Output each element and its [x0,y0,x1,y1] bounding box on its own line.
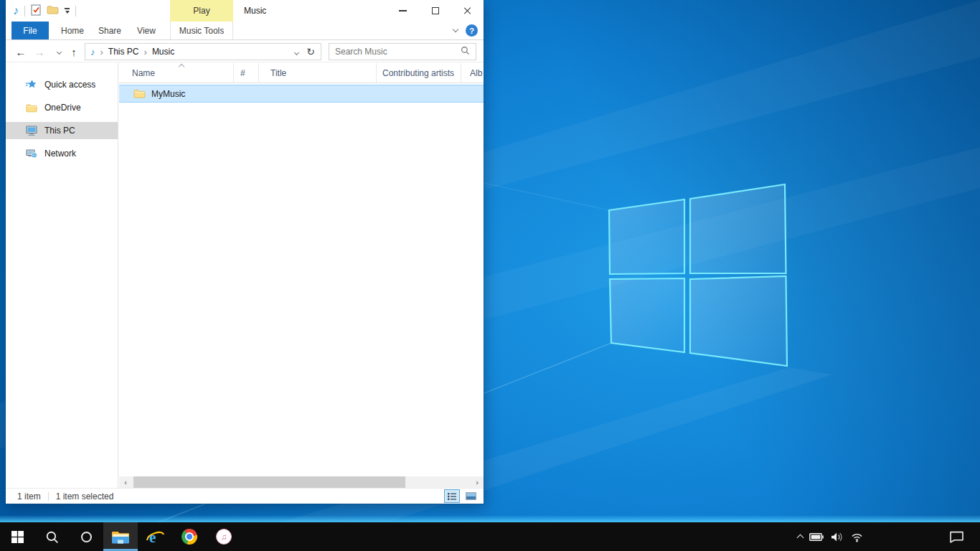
column-label: Contributing artists [382,68,454,78]
network-icon [26,148,37,159]
maximize-button[interactable] [419,0,451,22]
quick-access-star-icon [26,79,37,90]
qat-separator [75,6,76,17]
maximize-icon [432,7,439,14]
column-label: # [240,68,245,78]
navigation-bar: ← → ↑ ♪ › This PC › Music ↻ [6,41,484,62]
column-header-contributing-artists[interactable]: Contributing artists [377,63,461,83]
volume-icon[interactable] [830,532,844,542]
taskbar-file-explorer-button[interactable] [103,522,138,551]
action-center-icon[interactable] [950,522,963,551]
sidebar-item-onedrive[interactable]: OneDrive [6,99,118,116]
search-icon[interactable] [461,46,470,57]
system-tray [798,522,864,551]
details-view-button[interactable] [444,489,460,503]
sidebar-item-quick-access[interactable]: Quick access [6,76,118,93]
column-label: Title [270,68,286,78]
wallpaper-bottom-glow [0,515,980,522]
selection-count: 1 item selected [56,491,114,501]
file-explorer-icon [111,529,130,545]
music-note-icon: ♪ [90,47,95,57]
status-bar: 1 item 1 item selected [6,488,484,504]
ribbon-collapse-icon[interactable] [453,27,458,32]
column-header-number[interactable]: # [234,63,259,83]
sidebar-item-this-pc[interactable]: This PC [6,122,118,139]
cortana-button[interactable] [69,522,103,551]
scroll-left-icon[interactable]: ‹ [121,476,131,488]
tab-home[interactable]: Home [55,22,90,39]
chrome-icon [182,529,197,545]
quick-access-toolbar: ♪ [13,0,76,22]
file-name: MyMusic [151,89,185,99]
battery-icon[interactable] [809,533,824,541]
tab-share[interactable]: Share [92,22,128,39]
breadcrumb-this-pc[interactable]: This PC [105,47,143,57]
cortana-icon [81,532,92,542]
contextual-tab-group-label[interactable]: Play [170,0,233,22]
internet-explorer-button[interactable]: e [138,522,172,551]
tab-music-tools[interactable]: Music Tools [170,22,233,39]
start-button[interactable] [0,522,34,551]
column-headers: Name # Title Contributing artists Alb [119,63,484,83]
itunes-button[interactable]: ♫ [207,522,241,551]
chevron-down-icon [56,49,61,54]
forward-icon[interactable]: → [32,41,47,62]
search-input[interactable] [329,47,461,57]
address-bar[interactable]: ♪ › This PC › Music ↻ [85,43,321,60]
help-icon[interactable]: ? [466,24,478,37]
qat-separator [24,6,25,17]
column-header-title[interactable]: Title [259,63,377,83]
qat-dropdown-icon[interactable] [65,8,70,13]
up-icon[interactable]: ↑ [66,41,82,62]
item-count: 1 item [17,491,41,501]
close-icon [463,6,472,15]
breadcrumb-chevron-icon: › [143,47,149,57]
minimize-icon [399,10,407,11]
column-label: Alb [470,68,482,78]
chrome-button[interactable] [172,522,207,551]
thumbnail-view-icon [466,492,476,500]
window-title: Music [244,0,266,22]
itunes-note-glyph: ♫ [221,532,227,541]
hidden-icons-chevron-icon[interactable] [798,533,803,540]
titlebar: ♪ Play Music [6,0,484,22]
tab-view[interactable]: View [129,22,164,39]
file-explorer-window: ♪ Play Music File Home [6,0,484,504]
svg-text:e: e [149,529,156,546]
onedrive-folder-icon [26,102,37,113]
wifi-icon[interactable] [850,532,864,542]
view-toggle-buttons [444,489,479,503]
file-row-mymusic[interactable]: MyMusic [119,85,484,103]
scrollbar-thumb[interactable] [133,476,405,488]
column-header-album[interactable]: Alb [461,63,484,83]
sidebar-item-network[interactable]: Network [6,145,118,162]
main-area: Quick access OneDrive This PC [6,63,484,488]
sidebar-item-label: OneDrive [44,103,81,113]
sidebar-item-label: Network [44,149,76,159]
refresh-icon[interactable]: ↻ [303,46,321,57]
horizontal-scrollbar[interactable]: ‹ › [119,476,484,488]
status-separator [48,492,49,501]
address-dropdown-icon[interactable] [290,47,303,57]
search-box [329,43,476,60]
back-icon[interactable]: ← [13,41,29,62]
ribbon-tab-row: File Home Share View Music Tools ? [6,22,484,40]
properties-icon[interactable] [31,4,41,18]
music-note-icon: ♪ [13,5,19,17]
start-icon [11,531,24,543]
taskbar-search-button[interactable] [34,522,69,551]
close-button[interactable] [451,0,484,22]
sidebar-item-label: Quick access [44,80,95,90]
desktop: ♪ Play Music File Home [0,0,980,551]
thumbnail-view-button[interactable] [463,489,479,503]
tab-file[interactable]: File [11,22,49,39]
scroll-right-icon[interactable]: › [472,476,482,488]
breadcrumb-music[interactable]: Music [149,47,178,57]
recent-locations-icon[interactable] [53,41,65,62]
minimize-button[interactable] [387,0,419,22]
column-header-name[interactable]: Name [119,63,234,83]
new-folder-icon[interactable] [47,5,59,17]
breadcrumb-chevron-icon: › [99,47,105,57]
sort-ascending-icon [179,64,184,70]
navigation-pane: Quick access OneDrive This PC [6,63,118,488]
